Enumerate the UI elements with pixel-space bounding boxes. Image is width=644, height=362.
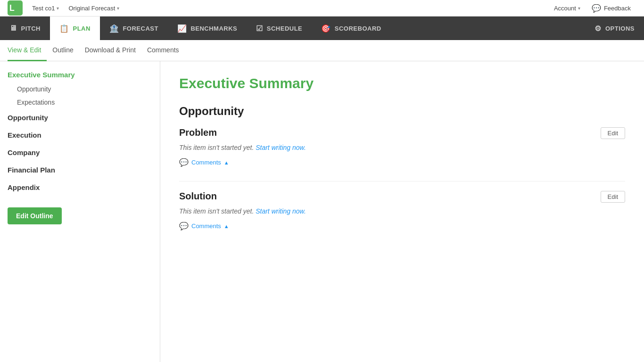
topbar: L Test co1 ▾ Original Forecast ▾ Account…: [0, 0, 644, 16]
subnav-comments[interactable]: Comments: [141, 41, 185, 61]
nav-benchmarks[interactable]: 📈 BENCHMARKS: [168, 16, 247, 40]
nav-pitch[interactable]: 🖥 PITCH: [0, 16, 50, 40]
nav-forecast[interactable]: 🏦 FORECAST: [100, 16, 168, 40]
forecast-label: Original Forecast: [68, 5, 115, 12]
sidebar-opportunity-sub-label: Opportunity: [17, 85, 51, 93]
sidebar-item-opportunity-sub[interactable]: Opportunity: [8, 82, 152, 96]
subsection-problem-heading: Problem: [179, 127, 625, 138]
nav-schedule[interactable]: ☑ SCHEDULE: [247, 16, 312, 40]
solution-comments-row[interactable]: 💬 Comments ▲: [179, 222, 625, 230]
nav-scoreboard[interactable]: 🎯 SCOREBOARD: [312, 16, 390, 40]
problem-comments-row[interactable]: 💬 Comments ▲: [179, 158, 625, 167]
forecast-icon: 🏦: [109, 24, 119, 33]
solution-start-writing-link[interactable]: Start writing now.: [256, 207, 306, 215]
main-layout: Executive Summary Opportunity Expectatio…: [0, 61, 644, 362]
company-selector[interactable]: Test co1 ▾: [32, 5, 59, 12]
nav-plan[interactable]: 📋 PLAN: [50, 16, 100, 40]
solution-comments-label: Comments: [191, 222, 221, 230]
nav-scoreboard-label: SCOREBOARD: [335, 25, 381, 32]
sidebar-execution-label: Execution: [8, 131, 41, 139]
topbar-left: L Test co1 ▾ Original Forecast ▾: [8, 0, 119, 16]
sidebar-executive-summary-label: Executive Summary: [8, 71, 75, 79]
navbar: 🖥 PITCH 📋 PLAN 🏦 FORECAST 📈 BENCHMARKS ☑…: [0, 16, 644, 40]
forecast-chevron-icon: ▾: [117, 6, 119, 11]
scoreboard-icon: 🎯: [321, 24, 331, 33]
sidebar-company-label: Company: [8, 148, 40, 156]
company-chevron-icon: ▾: [57, 6, 59, 11]
nav-plan-label: PLAN: [73, 25, 91, 32]
sidebar: Executive Summary Opportunity Expectatio…: [0, 61, 160, 362]
problem-title: Problem: [179, 127, 217, 138]
svg-text:L: L: [9, 3, 15, 13]
subsection-solution-heading: Solution: [179, 191, 625, 202]
subnav-view-edit-label: View & Edit: [8, 46, 41, 54]
sidebar-item-financial-plan[interactable]: Financial Plan: [8, 161, 152, 179]
solution-not-started: This item isn't started yet. Start writi…: [179, 207, 625, 215]
subsection-problem: Problem Edit This item isn't started yet…: [179, 127, 625, 167]
account-label: Account: [554, 5, 576, 12]
sidebar-opportunity-label: Opportunity: [8, 114, 48, 122]
subsection-solution: Solution Edit This item isn't started ye…: [179, 191, 625, 230]
problem-edit-label: Edit: [608, 130, 618, 137]
nav-options-label: OPTIONS: [605, 25, 635, 32]
problem-not-started: This item isn't started yet. Start writi…: [179, 144, 625, 151]
subnav-view-edit[interactable]: View & Edit: [8, 41, 47, 61]
solution-edit-button[interactable]: Edit: [601, 191, 625, 203]
problem-start-writing-link[interactable]: Start writing now.: [256, 144, 306, 151]
nav-options[interactable]: ⚙ OPTIONS: [585, 16, 644, 40]
pitch-icon: 🖥: [9, 24, 17, 33]
sidebar-item-execution[interactable]: Execution: [8, 126, 152, 144]
feedback-label: Feedback: [604, 5, 631, 12]
subnav-download-print[interactable]: Download & Print: [79, 41, 141, 61]
problem-comments-caret: ▲: [224, 160, 229, 165]
feedback-button[interactable]: 💬 Feedback: [586, 4, 636, 13]
problem-edit-button[interactable]: Edit: [601, 127, 625, 139]
benchmarks-icon: 📈: [177, 24, 187, 33]
content-area: Executive Summary Opportunity Problem Ed…: [160, 61, 644, 362]
subnav-outline[interactable]: Outline: [47, 41, 79, 61]
options-icon: ⚙: [594, 24, 602, 33]
problem-comments-icon: 💬: [179, 158, 189, 167]
sidebar-expectations-label: Expectations: [17, 99, 55, 106]
company-name: Test co1: [32, 5, 55, 12]
account-button[interactable]: Account ▾: [548, 5, 586, 12]
solution-title: Solution: [179, 191, 217, 202]
page-title: Executive Summary: [179, 75, 625, 91]
solution-comments-icon: 💬: [179, 222, 189, 230]
nav-pitch-label: PITCH: [21, 25, 41, 32]
sidebar-item-opportunity[interactable]: Opportunity: [8, 109, 152, 126]
sidebar-financial-plan-label: Financial Plan: [8, 166, 55, 174]
sidebar-appendix-label: Appendix: [8, 183, 40, 191]
subnav-comments-label: Comments: [147, 46, 179, 54]
feedback-icon: 💬: [592, 4, 601, 13]
nav-benchmarks-label: BENCHMARKS: [190, 25, 237, 32]
section-opportunity-heading: Opportunity: [179, 105, 625, 118]
divider-1: [179, 181, 625, 181]
account-chevron-icon: ▾: [578, 6, 580, 11]
nav-forecast-label: FORECAST: [123, 25, 158, 32]
edit-outline-label: Edit Outline: [16, 212, 53, 220]
solution-edit-label: Edit: [608, 193, 618, 200]
subnav-download-print-label: Download & Print: [85, 46, 136, 54]
sidebar-item-company[interactable]: Company: [8, 144, 152, 161]
logo: L: [8, 0, 23, 16]
plan-icon: 📋: [59, 24, 69, 33]
topbar-right: Account ▾ 💬 Feedback: [548, 4, 636, 13]
sidebar-executive-summary[interactable]: Executive Summary: [8, 71, 152, 79]
nav-schedule-label: SCHEDULE: [267, 25, 303, 32]
forecast-selector[interactable]: Original Forecast ▾: [68, 5, 119, 12]
subnav: View & Edit Outline Download & Print Com…: [0, 40, 644, 61]
subnav-outline-label: Outline: [52, 46, 73, 54]
edit-outline-button[interactable]: Edit Outline: [8, 207, 62, 224]
sidebar-item-expectations[interactable]: Expectations: [8, 96, 152, 109]
problem-comments-label: Comments: [191, 159, 221, 166]
solution-comments-caret: ▲: [224, 223, 229, 229]
schedule-icon: ☑: [256, 24, 263, 33]
sidebar-item-appendix[interactable]: Appendix: [8, 179, 152, 196]
